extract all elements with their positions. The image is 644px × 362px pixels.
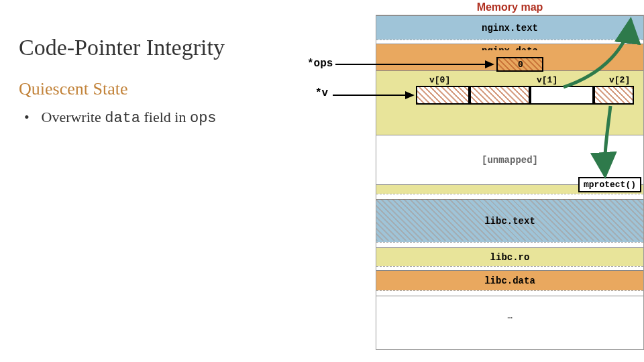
- ptr-v-label: *v: [315, 87, 328, 99]
- bullet-code-data: data: [105, 110, 140, 127]
- bullet-text-1: Overwrite: [42, 109, 105, 125]
- mprotect-label: mprotect(): [578, 177, 641, 192]
- vbox-0: [416, 86, 470, 105]
- region-nginx-data-top: nginx.data: [376, 44, 643, 50]
- region-ellipsis: …: [376, 312, 643, 321]
- subtitle: Quiescent State: [19, 79, 287, 99]
- libc-text-hatch: [376, 199, 643, 241]
- region-libc-data-label: libc.data: [376, 276, 643, 286]
- gap-5: [376, 290, 643, 296]
- region-unmapped-label: [unmapped]: [376, 155, 643, 166]
- bullet-marker: •: [24, 109, 38, 126]
- ops-zero-value: 0: [518, 60, 523, 70]
- gap-3: [376, 242, 643, 247]
- vlabel-1: v[1]: [537, 75, 557, 85]
- bullet-code-ops: ops: [190, 110, 217, 127]
- region-libc-ro: libc.ro: [376, 247, 643, 266]
- vbox-1: [470, 86, 530, 105]
- bullet-overwrite: • Overwrite data field in ops: [19, 109, 287, 127]
- region-nginx-text-label: nginx.text: [376, 23, 643, 34]
- vlabel-2: v[2]: [609, 75, 630, 85]
- bullet-text-2: field in: [140, 109, 190, 125]
- page-title: Code-Pointer Integrity: [19, 35, 287, 60]
- region-libc-ro-label: libc.ro: [376, 252, 643, 263]
- ptr-ops-label: *ops: [307, 58, 333, 70]
- vbox-3: [594, 86, 634, 105]
- ops-field-box: 0: [496, 57, 543, 72]
- vlabel-0: v[0]: [429, 75, 450, 85]
- region-rest: …: [376, 296, 643, 336]
- region-nginx-text: nginx.text: [376, 15, 643, 40]
- memory-map-title: Memory map: [376, 1, 644, 13]
- vbox-2: [530, 86, 594, 105]
- region-libc-data: libc.data: [376, 270, 643, 290]
- gap-2: [376, 194, 643, 199]
